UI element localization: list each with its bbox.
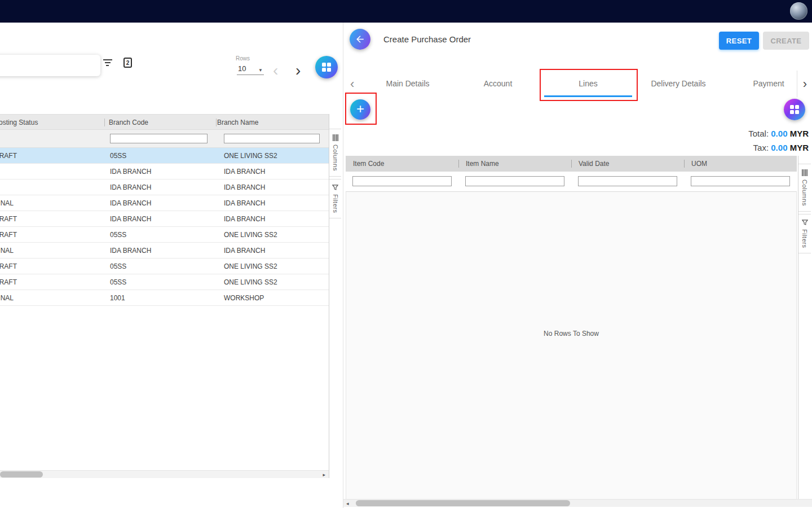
cell-posting-status: FINAL: [0, 247, 14, 255]
cell-branch-name: IDA BRANCH: [224, 247, 265, 255]
tabs-scroll-left-icon[interactable]: ‹: [350, 71, 354, 97]
cell-branch-name: WORKSHOP: [224, 294, 264, 302]
cell-branch-name: IDA BRANCH: [224, 183, 265, 191]
filters-panel-button[interactable]: Filters: [329, 179, 341, 218]
column-header-item-code[interactable]: Item Code: [346, 156, 458, 172]
columns-panel-button[interactable]: Columns: [329, 129, 341, 177]
cell-posting-status: DRAFT: [0, 278, 17, 286]
cell-posting-status: DRAFT: [0, 215, 17, 223]
user-avatar[interactable]: [790, 2, 807, 20]
cell-branch-code: 1001: [110, 294, 125, 302]
table-row[interactable]: FINAL IDA BRANCH IDA BRANCH: [0, 243, 329, 259]
previous-page-button[interactable]: ‹: [273, 62, 278, 79]
cell-posting-status: DRAFT: [0, 152, 17, 160]
column-header-branch-code[interactable]: Branch Code: [109, 119, 148, 126]
tabs-scroll-right-icon[interactable]: ›: [797, 71, 812, 97]
grid-menu-button[interactable]: [784, 99, 805, 120]
filters-panel-label: Filters: [332, 194, 339, 213]
cell-branch-code: IDA BRANCH: [110, 168, 151, 176]
columns-panel-button[interactable]: Columns: [798, 164, 811, 212]
tab-lines[interactable]: Lines: [543, 71, 633, 97]
cell-branch-name: IDA BRANCH: [224, 168, 265, 176]
column-header-item-name[interactable]: Item Name: [458, 156, 571, 172]
orders-table-header: Posting Status Branch Code Branch Name: [0, 114, 329, 130]
scroll-right-arrow[interactable]: ▸: [323, 472, 325, 478]
create-button[interactable]: CREATE: [763, 32, 809, 50]
reset-button[interactable]: RESET: [719, 32, 759, 50]
lines-filter-row: [346, 172, 797, 192]
top-navbar: [0, 0, 812, 23]
empty-rows-message: No Rows To Show: [346, 330, 796, 338]
cell-branch-code: IDA BRANCH: [110, 215, 151, 223]
valid-date-filter-input[interactable]: [578, 176, 677, 186]
switch-view-icon[interactable]: 2: [123, 58, 132, 68]
total-label: Total:: [748, 129, 769, 138]
filter-funnel-icon: [802, 220, 808, 226]
cell-posting-status: FINAL: [0, 294, 14, 302]
back-arrow-icon: [355, 34, 365, 45]
caret-down-icon: ▼: [258, 68, 263, 73]
table-row[interactable]: DRAFT 05SS ONE LIVING SS2: [0, 259, 329, 274]
rows-per-page-select[interactable]: 10 ▼: [237, 64, 264, 75]
grid-side-bar: Columns Filters: [329, 114, 341, 478]
branch-code-filter-input[interactable]: [110, 134, 208, 143]
page-title: Create Purchase Order: [383, 34, 471, 44]
item-name-filter-input[interactable]: [465, 176, 564, 186]
columns-panel-label: Columns: [332, 144, 339, 171]
cell-branch-code: 05SS: [110, 278, 126, 286]
table-row[interactable]: DRAFT 05SS ONE LIVING SS2: [0, 274, 329, 290]
rows-per-page-label: Rows: [236, 55, 250, 62]
filters-panel-button[interactable]: Filters: [798, 214, 811, 253]
total-line: Total: 0.00 MYR: [748, 126, 809, 141]
tab-delivery-details[interactable]: Delivery Details: [633, 71, 723, 97]
item-code-filter-input[interactable]: [352, 176, 452, 186]
tab-bar: ‹ Main Details Account Lines Delivery De…: [343, 71, 812, 97]
table-row[interactable]: FINAL IDA BRANCH IDA BRANCH: [0, 195, 329, 211]
rows-per-page-value: 10: [238, 64, 246, 73]
column-header-branch-name[interactable]: Branch Name: [217, 119, 258, 126]
filter-list-icon[interactable]: [103, 59, 112, 67]
scroll-left-arrow[interactable]: ◂: [346, 501, 349, 506]
table-row[interactable]: DRAFT 05SS ONE LIVING SS2: [0, 148, 329, 164]
column-separator: [216, 119, 217, 126]
back-button[interactable]: [350, 29, 370, 50]
table-row[interactable]: DRAFT 05SS ONE LIVING SS2: [0, 227, 329, 243]
cell-branch-name: IDA BRANCH: [224, 215, 265, 223]
total-value: 0.00: [771, 129, 787, 138]
create-purchase-order-panel: Create Purchase Order RESET CREATE ‹ Mai…: [343, 23, 812, 508]
uom-filter-input[interactable]: [691, 176, 790, 186]
cell-posting-status: DRAFT: [0, 262, 17, 270]
tab-account[interactable]: Account: [453, 71, 543, 97]
cell-posting-status: DRAFT: [0, 231, 17, 239]
table-row[interactable]: FINAL 1001 WORKSHOP: [0, 290, 329, 306]
tab-label: Payment: [753, 79, 784, 88]
horizontal-scrollbar: ◂: [343, 499, 812, 507]
column-header-uom[interactable]: UOM: [684, 156, 797, 172]
horizontal-scrollbar-thumb[interactable]: [356, 500, 570, 506]
grid-menu-button[interactable]: [315, 56, 338, 78]
add-line-button[interactable]: +: [350, 99, 370, 120]
columns-icon: [333, 134, 338, 141]
lines-table-body: No Rows To Show: [346, 192, 797, 499]
column-separator: [104, 119, 105, 126]
cell-branch-name: ONE LIVING SS2: [224, 262, 277, 270]
cell-branch-name: ONE LIVING SS2: [224, 231, 277, 239]
tab-label: Delivery Details: [651, 79, 705, 88]
table-row[interactable]: IDA BRANCH IDA BRANCH: [0, 164, 329, 179]
horizontal-scrollbar-thumb[interactable]: [0, 471, 43, 478]
next-page-button[interactable]: ›: [295, 62, 301, 79]
plus-icon: +: [356, 102, 364, 116]
table-row[interactable]: IDA BRANCH IDA BRANCH: [0, 179, 329, 195]
search-input[interactable]: [0, 55, 100, 76]
columns-panel-label: Columns: [801, 179, 808, 206]
switch-view-icon-glyph: 2: [126, 60, 130, 66]
cell-posting-status: FINAL: [0, 199, 14, 207]
column-header-posting-status[interactable]: Posting Status: [0, 119, 38, 126]
branch-name-filter-input[interactable]: [224, 134, 320, 143]
column-header-valid-date[interactable]: Valid Date: [571, 156, 684, 172]
tab-main-details[interactable]: Main Details: [363, 71, 453, 97]
cell-branch-code: IDA BRANCH: [110, 247, 151, 255]
cell-branch-code: 05SS: [110, 262, 126, 270]
table-row[interactable]: DRAFT IDA BRANCH IDA BRANCH: [0, 211, 329, 227]
orders-filter-row: [0, 130, 329, 148]
